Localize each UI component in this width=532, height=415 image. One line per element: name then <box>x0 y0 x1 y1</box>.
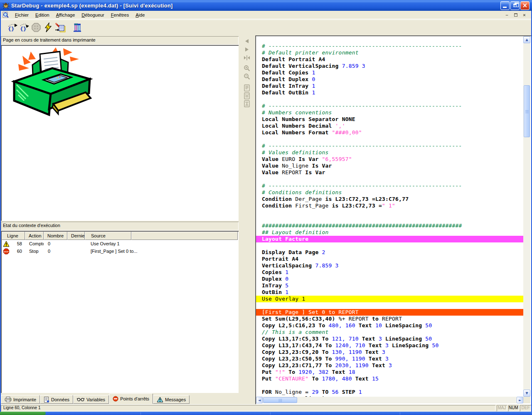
menu-fenetres[interactable]: Fenêtres <box>108 12 132 18</box>
document-system-menu-icon[interactable] <box>2 12 9 18</box>
table-row[interactable]: STOP 60 Stop 0 [First_Page ] Set 0 to... <box>2 247 239 255</box>
code-line[interactable]: Local Numbers Format "###0,00" <box>256 129 523 136</box>
tab-points-arrets[interactable]: Points d'arrêts <box>109 393 153 404</box>
scroll-down-button[interactable]: ▼ <box>523 390 530 397</box>
code-line[interactable]: # Default printer environment <box>256 49 523 56</box>
code-line[interactable]: Put "!" To 1920, 382 Text 18 <box>256 369 523 375</box>
code-line[interactable]: # --------------------------------------… <box>256 143 523 149</box>
code-line[interactable]: Default OutBin 1 <box>256 89 523 96</box>
code-line[interactable]: Value No_ligne Is Var <box>256 163 523 169</box>
code-line[interactable]: Copy L13,17:C43,74 To 1240, 710 Text 3 L… <box>256 342 523 349</box>
code-line[interactable]: Default InTray 1 <box>256 83 523 89</box>
vertical-scroll-thumb[interactable] <box>524 85 530 137</box>
code-line[interactable]: VerticalSpacing 7.859 3 <box>256 262 523 269</box>
code-line[interactable] <box>256 302 523 309</box>
run-button[interactable] <box>42 22 54 33</box>
code-line[interactable] <box>256 136 523 143</box>
code-line[interactable]: Local Numbers Decimal ',' <box>256 123 523 129</box>
code-line[interactable]: FOR No_ligne = 29 TO 56 STEP 1 <box>256 389 523 395</box>
code-line[interactable]: # --------------------------------------… <box>256 103 523 109</box>
tab-donnees[interactable]: Données <box>40 395 73 404</box>
scroll-left-button[interactable]: ◄ <box>256 397 263 403</box>
code-line[interactable]: Display Data Page 2 <box>256 249 523 256</box>
code-line[interactable] <box>256 96 523 103</box>
column-action[interactable]: Action <box>25 232 44 240</box>
column-dernier[interactable]: Dernier <box>67 232 85 240</box>
code-line[interactable]: Copy L23,23:C71,77 To 2030, 1190 Text 3 <box>256 362 523 369</box>
windows-taskbar[interactable] <box>0 412 532 415</box>
previous-page-button[interactable] <box>243 37 251 45</box>
fit-width-button[interactable] <box>243 54 251 62</box>
scroll-right-button[interactable]: ► <box>517 397 523 403</box>
tab-variables[interactable]: Variables <box>73 395 109 404</box>
scroll-up-button[interactable]: ▲ <box>523 36 530 43</box>
code-line[interactable] <box>256 176 523 183</box>
horizontal-scrollbar[interactable]: ◄ ► <box>256 397 523 403</box>
code-line[interactable]: [First_Page ] Set 0 to REPORT <box>256 309 523 316</box>
code-line[interactable]: Value REPORT Is Var <box>256 169 523 176</box>
table-row[interactable]: 58 Compte 0 Use Overlay 1 <box>2 240 239 247</box>
code-line[interactable]: Condition Der_Page is L23:C72,73 =L23:C7… <box>256 196 523 203</box>
minimize-button[interactable] <box>500 1 510 10</box>
mdi-restore-button[interactable] <box>512 12 519 18</box>
code-line[interactable]: Put "CENTAURE" To 1780, 480 Text 15 <box>256 375 523 382</box>
restore-button[interactable] <box>510 1 520 10</box>
view-page-header-button[interactable] <box>243 92 251 99</box>
step-into-button[interactable]: {} <box>18 22 30 33</box>
tab-messages[interactable]: Messages <box>153 395 190 404</box>
code-editor[interactable]: # --------------------------------------… <box>256 36 523 397</box>
column-ligne[interactable]: Ligne <box>2 232 25 240</box>
start-button[interactable] <box>0 412 46 415</box>
code-line[interactable]: InTray 5 <box>256 282 523 289</box>
column-nombre[interactable]: Nombre <box>44 232 67 240</box>
code-line[interactable] <box>256 382 523 389</box>
menu-edition[interactable]: Edition <box>32 12 53 18</box>
stop-button[interactable] <box>30 22 42 33</box>
next-page-button[interactable] <box>243 46 251 53</box>
code-line[interactable]: Set Sum(L29,56:C33,40) %+ REPORT to REPO… <box>256 316 523 322</box>
code-line[interactable]: Layout Facture <box>256 236 523 242</box>
code-line[interactable]: Value EURO Is Var "6,55957" <box>256 156 523 163</box>
column-source[interactable]: Source <box>85 232 131 240</box>
view-page-spacing-button[interactable] <box>243 100 251 107</box>
menu-debogueur[interactable]: Débogueur <box>78 12 107 18</box>
code-line[interactable]: OutBin 1 <box>256 289 523 296</box>
code-line[interactable]: Duplex 0 <box>256 276 523 282</box>
code-line[interactable]: Use Overlay 1 <box>256 296 523 302</box>
code-line[interactable]: # --------------------------------------… <box>256 43 523 49</box>
code-line[interactable] <box>256 209 523 216</box>
zoom-in-button[interactable] <box>243 64 251 72</box>
code-line[interactable] <box>256 242 523 249</box>
code-line[interactable]: Copies 1 <box>256 269 523 276</box>
view-page-button[interactable] <box>243 84 251 91</box>
code-line[interactable]: ## Layout definition <box>256 229 523 236</box>
mdi-close-button[interactable]: × <box>521 12 528 18</box>
code-line[interactable]: Condition First_Page is L23:C72,73 =" 1" <box>256 203 523 209</box>
tab-imprimante[interactable]: Imprimante <box>1 395 40 404</box>
menu-affichage[interactable]: Affichage <box>53 12 79 18</box>
code-line[interactable]: Copy L13,17:C5,33 To 121, 710 Text 3 Lin… <box>256 336 523 342</box>
code-line[interactable]: Copy L2,5:C16,23 To 480, 160 Text 10 Lin… <box>256 322 523 329</box>
horizontal-scroll-thumb[interactable] <box>263 397 297 403</box>
code-line[interactable]: Portrait A4 <box>256 256 523 262</box>
code-line[interactable]: // This is a comment <box>256 329 523 336</box>
code-line[interactable]: Copy L23,23:C9,20 To 130, 1190 Text 3 <box>256 349 523 356</box>
step-over-button[interactable]: {} <box>6 22 18 33</box>
app-icon[interactable] <box>2 2 10 9</box>
code-line[interactable] <box>256 216 523 222</box>
menu-aide[interactable]: Aide <box>132 12 148 18</box>
code-line[interactable]: Default VerticalSpacing 7.859 3 <box>256 63 523 69</box>
code-line[interactable]: Copy L23,23:C50,59 To 990, 1190 Text 3 <box>256 356 523 362</box>
code-line[interactable]: ########################################… <box>256 222 523 229</box>
mdi-minimize-button[interactable]: – <box>503 12 510 18</box>
view-structure-button[interactable] <box>71 22 83 33</box>
code-line[interactable]: # --------------------------------------… <box>256 183 523 189</box>
code-line[interactable]: # Values definitions <box>256 149 523 156</box>
vertical-scrollbar[interactable]: ▲ ▼ <box>523 36 530 397</box>
code-line[interactable]: Default Portrait A4 <box>256 56 523 63</box>
menu-fichier[interactable]: Fichier <box>12 12 32 18</box>
code-line[interactable]: # Conditions definitions <box>256 189 523 196</box>
code-line[interactable]: Default Duplex 0 <box>256 76 523 83</box>
code-line[interactable]: Default Copies 1 <box>256 69 523 76</box>
add-breakpoint-button[interactable] <box>54 22 66 33</box>
